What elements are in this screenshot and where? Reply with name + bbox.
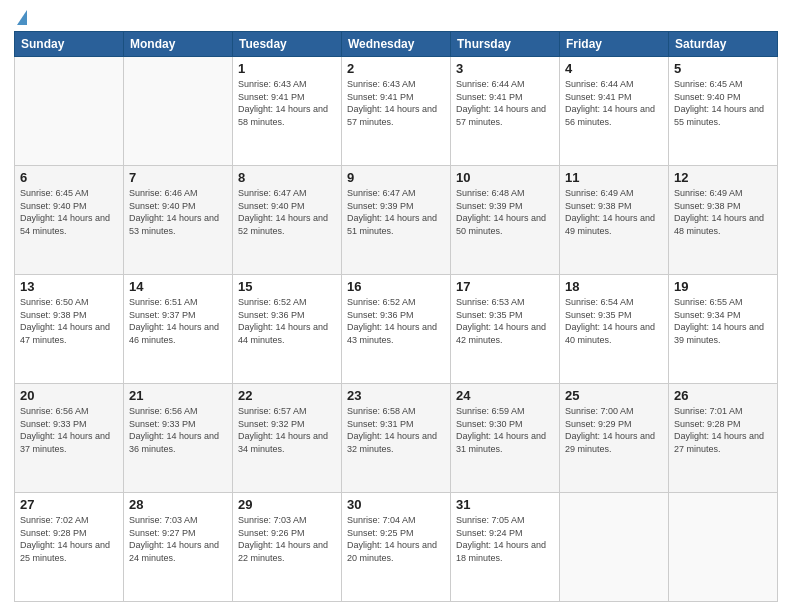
day-number: 17 — [456, 279, 554, 294]
day-number: 15 — [238, 279, 336, 294]
calendar-cell — [560, 493, 669, 602]
calendar-cell: 12Sunrise: 6:49 AM Sunset: 9:38 PM Dayli… — [669, 166, 778, 275]
day-number: 2 — [347, 61, 445, 76]
calendar-cell: 23Sunrise: 6:58 AM Sunset: 9:31 PM Dayli… — [342, 384, 451, 493]
day-number: 1 — [238, 61, 336, 76]
day-number: 25 — [565, 388, 663, 403]
day-info: Sunrise: 6:45 AM Sunset: 9:40 PM Dayligh… — [20, 187, 118, 237]
day-number: 22 — [238, 388, 336, 403]
day-number: 24 — [456, 388, 554, 403]
day-info: Sunrise: 6:49 AM Sunset: 9:38 PM Dayligh… — [674, 187, 772, 237]
day-info: Sunrise: 6:59 AM Sunset: 9:30 PM Dayligh… — [456, 405, 554, 455]
day-number: 18 — [565, 279, 663, 294]
day-info: Sunrise: 7:02 AM Sunset: 9:28 PM Dayligh… — [20, 514, 118, 564]
day-info: Sunrise: 6:57 AM Sunset: 9:32 PM Dayligh… — [238, 405, 336, 455]
calendar-header-saturday: Saturday — [669, 32, 778, 57]
day-number: 7 — [129, 170, 227, 185]
calendar-cell: 4Sunrise: 6:44 AM Sunset: 9:41 PM Daylig… — [560, 57, 669, 166]
calendar-cell: 2Sunrise: 6:43 AM Sunset: 9:41 PM Daylig… — [342, 57, 451, 166]
calendar-cell: 25Sunrise: 7:00 AM Sunset: 9:29 PM Dayli… — [560, 384, 669, 493]
day-info: Sunrise: 7:00 AM Sunset: 9:29 PM Dayligh… — [565, 405, 663, 455]
calendar-header-tuesday: Tuesday — [233, 32, 342, 57]
calendar-cell: 13Sunrise: 6:50 AM Sunset: 9:38 PM Dayli… — [15, 275, 124, 384]
calendar-cell: 11Sunrise: 6:49 AM Sunset: 9:38 PM Dayli… — [560, 166, 669, 275]
day-number: 3 — [456, 61, 554, 76]
day-info: Sunrise: 6:55 AM Sunset: 9:34 PM Dayligh… — [674, 296, 772, 346]
calendar-cell: 3Sunrise: 6:44 AM Sunset: 9:41 PM Daylig… — [451, 57, 560, 166]
calendar-cell: 10Sunrise: 6:48 AM Sunset: 9:39 PM Dayli… — [451, 166, 560, 275]
day-number: 16 — [347, 279, 445, 294]
day-info: Sunrise: 6:52 AM Sunset: 9:36 PM Dayligh… — [238, 296, 336, 346]
calendar-week-row: 13Sunrise: 6:50 AM Sunset: 9:38 PM Dayli… — [15, 275, 778, 384]
calendar-header-row: SundayMondayTuesdayWednesdayThursdayFrid… — [15, 32, 778, 57]
calendar-header-wednesday: Wednesday — [342, 32, 451, 57]
calendar-table: SundayMondayTuesdayWednesdayThursdayFrid… — [14, 31, 778, 602]
calendar-cell: 17Sunrise: 6:53 AM Sunset: 9:35 PM Dayli… — [451, 275, 560, 384]
calendar-cell: 9Sunrise: 6:47 AM Sunset: 9:39 PM Daylig… — [342, 166, 451, 275]
day-number: 29 — [238, 497, 336, 512]
calendar-cell: 28Sunrise: 7:03 AM Sunset: 9:27 PM Dayli… — [124, 493, 233, 602]
day-info: Sunrise: 6:43 AM Sunset: 9:41 PM Dayligh… — [347, 78, 445, 128]
day-number: 11 — [565, 170, 663, 185]
calendar-cell: 8Sunrise: 6:47 AM Sunset: 9:40 PM Daylig… — [233, 166, 342, 275]
day-info: Sunrise: 6:52 AM Sunset: 9:36 PM Dayligh… — [347, 296, 445, 346]
calendar-cell: 18Sunrise: 6:54 AM Sunset: 9:35 PM Dayli… — [560, 275, 669, 384]
calendar-cell: 24Sunrise: 6:59 AM Sunset: 9:30 PM Dayli… — [451, 384, 560, 493]
logo-triangle-icon — [17, 10, 27, 25]
day-number: 14 — [129, 279, 227, 294]
header — [14, 10, 778, 25]
day-number: 20 — [20, 388, 118, 403]
day-info: Sunrise: 7:05 AM Sunset: 9:24 PM Dayligh… — [456, 514, 554, 564]
day-number: 4 — [565, 61, 663, 76]
day-number: 26 — [674, 388, 772, 403]
calendar-cell: 30Sunrise: 7:04 AM Sunset: 9:25 PM Dayli… — [342, 493, 451, 602]
calendar-week-row: 1Sunrise: 6:43 AM Sunset: 9:41 PM Daylig… — [15, 57, 778, 166]
day-info: Sunrise: 6:47 AM Sunset: 9:40 PM Dayligh… — [238, 187, 336, 237]
day-info: Sunrise: 6:54 AM Sunset: 9:35 PM Dayligh… — [565, 296, 663, 346]
day-info: Sunrise: 6:49 AM Sunset: 9:38 PM Dayligh… — [565, 187, 663, 237]
logo — [14, 10, 27, 25]
calendar-cell: 21Sunrise: 6:56 AM Sunset: 9:33 PM Dayli… — [124, 384, 233, 493]
day-number: 30 — [347, 497, 445, 512]
day-number: 8 — [238, 170, 336, 185]
page: SundayMondayTuesdayWednesdayThursdayFrid… — [0, 0, 792, 612]
day-number: 10 — [456, 170, 554, 185]
calendar-header-monday: Monday — [124, 32, 233, 57]
day-number: 28 — [129, 497, 227, 512]
day-number: 13 — [20, 279, 118, 294]
calendar-header-sunday: Sunday — [15, 32, 124, 57]
day-number: 12 — [674, 170, 772, 185]
calendar-cell: 29Sunrise: 7:03 AM Sunset: 9:26 PM Dayli… — [233, 493, 342, 602]
day-number: 6 — [20, 170, 118, 185]
day-number: 23 — [347, 388, 445, 403]
day-number: 27 — [20, 497, 118, 512]
calendar-cell: 5Sunrise: 6:45 AM Sunset: 9:40 PM Daylig… — [669, 57, 778, 166]
calendar-cell: 19Sunrise: 6:55 AM Sunset: 9:34 PM Dayli… — [669, 275, 778, 384]
calendar-cell: 27Sunrise: 7:02 AM Sunset: 9:28 PM Dayli… — [15, 493, 124, 602]
day-number: 31 — [456, 497, 554, 512]
calendar-cell: 20Sunrise: 6:56 AM Sunset: 9:33 PM Dayli… — [15, 384, 124, 493]
day-info: Sunrise: 6:44 AM Sunset: 9:41 PM Dayligh… — [456, 78, 554, 128]
calendar-cell: 15Sunrise: 6:52 AM Sunset: 9:36 PM Dayli… — [233, 275, 342, 384]
day-number: 5 — [674, 61, 772, 76]
calendar-header-friday: Friday — [560, 32, 669, 57]
calendar-cell — [669, 493, 778, 602]
day-number: 9 — [347, 170, 445, 185]
day-info: Sunrise: 6:45 AM Sunset: 9:40 PM Dayligh… — [674, 78, 772, 128]
day-info: Sunrise: 6:51 AM Sunset: 9:37 PM Dayligh… — [129, 296, 227, 346]
day-info: Sunrise: 6:43 AM Sunset: 9:41 PM Dayligh… — [238, 78, 336, 128]
calendar-cell: 31Sunrise: 7:05 AM Sunset: 9:24 PM Dayli… — [451, 493, 560, 602]
calendar-header-thursday: Thursday — [451, 32, 560, 57]
day-info: Sunrise: 7:03 AM Sunset: 9:26 PM Dayligh… — [238, 514, 336, 564]
day-info: Sunrise: 6:47 AM Sunset: 9:39 PM Dayligh… — [347, 187, 445, 237]
calendar-cell — [124, 57, 233, 166]
day-info: Sunrise: 6:53 AM Sunset: 9:35 PM Dayligh… — [456, 296, 554, 346]
day-info: Sunrise: 6:58 AM Sunset: 9:31 PM Dayligh… — [347, 405, 445, 455]
calendar-week-row: 20Sunrise: 6:56 AM Sunset: 9:33 PM Dayli… — [15, 384, 778, 493]
calendar-week-row: 6Sunrise: 6:45 AM Sunset: 9:40 PM Daylig… — [15, 166, 778, 275]
calendar-cell: 22Sunrise: 6:57 AM Sunset: 9:32 PM Dayli… — [233, 384, 342, 493]
calendar-week-row: 27Sunrise: 7:02 AM Sunset: 9:28 PM Dayli… — [15, 493, 778, 602]
day-number: 19 — [674, 279, 772, 294]
calendar-cell: 6Sunrise: 6:45 AM Sunset: 9:40 PM Daylig… — [15, 166, 124, 275]
day-info: Sunrise: 6:56 AM Sunset: 9:33 PM Dayligh… — [20, 405, 118, 455]
